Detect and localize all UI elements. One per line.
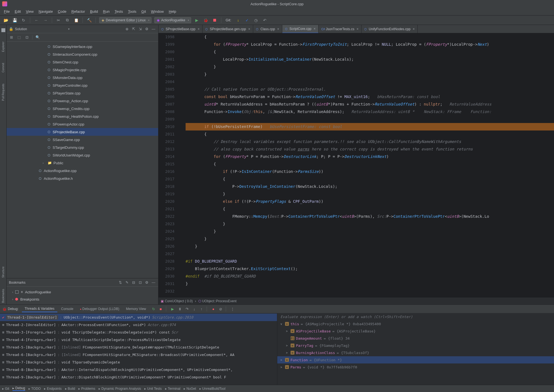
eval-input[interactable]: Evaluate expression (Enter) or add a wat… <box>277 313 554 320</box>
scissors-icon[interactable]: ✂ <box>55 17 61 23</box>
stop-icon[interactable] <box>212 17 218 23</box>
variable-row[interactable]: >≡ Function = {UFunction *} <box>277 356 554 363</box>
editor-tab[interactable]: ⬡Class.cpp× <box>253 25 282 33</box>
hammer-icon[interactable]: 🔨 <box>86 17 92 23</box>
editor-tab[interactable]: ⬡UnifyFunctionExitNodes.cpp× <box>361 25 418 33</box>
menu-item-refactor[interactable]: Refactor <box>69 9 87 14</box>
bm-item-project[interactable]: › ≡ ActionRoguelike <box>7 288 158 296</box>
variable-row[interactable]: >≡ ASProjectileBase = {ASProjectileBase} <box>277 327 554 335</box>
debug-tab-output[interactable]: ● Debugger Output (LLDB) <box>77 306 122 312</box>
bm-icon-3[interactable]: ⊟ <box>131 280 136 285</box>
bm-settings-icon[interactable]: ⚙ <box>144 280 149 285</box>
tool-tab-pull-requests[interactable]: Pull Requests <box>1 82 5 103</box>
mute-bp-icon[interactable]: ⊘ <box>218 306 223 311</box>
file-item[interactable]: ⬡ActionRoguelike.cpp <box>7 167 158 175</box>
menu-item-edit[interactable]: Edit <box>12 9 23 14</box>
file-item[interactable]: ⬡SPlayerController.cpp <box>7 81 158 89</box>
debug-icon[interactable]: 🐞 <box>203 17 209 23</box>
file-item[interactable]: ⬡SProjectileBase.cpp <box>7 128 158 136</box>
crumb-module[interactable]: ▣ CoreUObject ( 0.0) <box>161 299 193 303</box>
thread-row[interactable]: ≡ Thread-4-[Foregro…rker] : void TMultic… <box>0 336 277 344</box>
restart-icon[interactable]: ↻ <box>151 306 156 311</box>
step-into-icon[interactable]: ↓ <box>192 306 197 311</box>
file-item[interactable]: ⬡SPowerup_Credits.cpp <box>7 105 158 112</box>
file-item[interactable]: ⬡SPowerup_Action.cpp <box>7 97 158 105</box>
filter-b-icon[interactable]: ⬚ <box>17 35 22 40</box>
checkbox-icon[interactable] <box>15 290 19 294</box>
close-tab-icon[interactable]: × <box>413 27 415 31</box>
app-square-icon[interactable] <box>1 28 5 32</box>
minimize-icon[interactable]: — <box>151 27 156 32</box>
status-item-nuget[interactable]: ▸ NuGet <box>184 387 196 391</box>
tool-tab-commit[interactable]: Commit <box>1 61 5 74</box>
menu-item-git[interactable]: Git <box>139 9 148 14</box>
close-tab-icon[interactable]: × <box>356 27 358 31</box>
bm-minimize-icon[interactable]: — <box>151 280 156 285</box>
stop-debug-icon[interactable]: ■ <box>158 306 163 311</box>
sync-icon[interactable]: ↻ <box>20 17 27 23</box>
variables-pane[interactable]: Evaluate expression (Enter) or add a wat… <box>277 313 554 385</box>
variable-row[interactable]: >≡ BurningActionClass = {TSubclassOf} <box>277 349 554 356</box>
editor-tab[interactable]: ⬡SProjectileBase.gen.cpp× <box>202 25 253 33</box>
status-item-unrealbuildtool[interactable]: ▸ UnrealBuildTool <box>199 387 225 391</box>
view-bp-icon[interactable]: ● <box>211 306 216 311</box>
thread-row[interactable]: ≡ Thread-8-[Backgro…rker] : AActor::Inte… <box>0 366 277 373</box>
folder-public[interactable]: ›📁Public <box>7 159 158 167</box>
editor-breadcrumb[interactable]: ▣ CoreUObject ( 0.0) › ⬡ UObject::Proces… <box>158 297 554 304</box>
filter-c-icon[interactable]: ⊡ <box>24 35 29 40</box>
target-icon[interactable]: ⊕ <box>124 27 129 32</box>
debug-run-icon[interactable]: 🐞 <box>2 307 7 311</box>
menu-item-file[interactable]: File <box>2 9 12 14</box>
pause-icon[interactable]: ⏸ <box>177 306 182 311</box>
bm-item-breakpoints[interactable]: › Breakpoints <box>7 296 158 303</box>
step-out-icon[interactable]: ↑ <box>199 306 204 311</box>
file-item[interactable]: ⬡SPowerupActor.cpp <box>7 120 158 128</box>
variable-row[interactable]: >≡ ParryTag = {FGameplayTag} <box>277 342 554 349</box>
tool-tab-bookmarks[interactable]: Bookmarks <box>1 287 5 304</box>
file-item[interactable]: ⬡SMonsterData.cpp <box>7 74 158 81</box>
status-item-problems[interactable]: ▸ Problems <box>78 387 95 391</box>
git-push-icon[interactable]: ↓ <box>235 17 241 23</box>
code-content[interactable]: { for (FProperty* LocalProp = Function->… <box>177 33 554 297</box>
crumb-function[interactable]: ⬡ UObject::ProcessEvent <box>198 299 237 303</box>
close-tab-icon[interactable]: × <box>198 27 199 31</box>
save-all-icon[interactable]: 💾 <box>12 17 18 23</box>
paste-icon[interactable]: 📋 <box>73 17 79 23</box>
menu-item-run[interactable]: Run <box>101 9 112 14</box>
thread-row[interactable]: ✔ Thread-1-[UnrealEditor] : UObject::Pro… <box>0 314 277 321</box>
debug-tab-memory[interactable]: Memory View <box>123 306 149 312</box>
file-item[interactable]: ⬡SItemChest.cpp <box>7 58 158 66</box>
file-item[interactable]: ⬡SGameplayInterface.cpp <box>7 43 158 50</box>
run-target-selector[interactable]: ◉ ActionRoguelike <box>154 17 191 23</box>
bm-icon-1[interactable]: ⇅ <box>118 280 123 285</box>
debug-tab-threads[interactable]: Threads & Variables <box>22 306 57 312</box>
status-item-todo[interactable]: ▸ TODO <box>29 387 41 391</box>
debug-tab-console[interactable]: Console <box>58 306 76 312</box>
close-tab-icon[interactable]: × <box>248 27 250 31</box>
status-item-unit-tests[interactable]: ▸ Unit Tests <box>144 387 161 391</box>
editor-tab[interactable]: C#JsonTracerTests.cs× <box>319 25 361 33</box>
menu-item-tests[interactable]: Tests <box>112 9 125 14</box>
thread-row[interactable]: ≡ Thread-9-[Backgro…rker] : AActor::Disp… <box>0 373 277 381</box>
menu-item-code[interactable]: Code <box>56 9 69 14</box>
bm-edit-icon[interactable]: ✎ <box>124 280 129 285</box>
filter-a-icon[interactable]: ⊞ <box>9 35 14 40</box>
close-tab-icon[interactable]: × <box>277 27 279 31</box>
bm-icon-4[interactable]: ⊡ <box>138 280 143 285</box>
file-item[interactable]: ⬡ActionRoguelike.h <box>7 175 158 182</box>
status-item-git[interactable]: ▸ Git <box>2 387 9 391</box>
git-update-icon[interactable]: ✓ <box>244 17 250 23</box>
thread-row[interactable]: ≡ Thread-7-[Backgro…rker] : void TSparse… <box>0 358 277 366</box>
open-icon[interactable]: 📂 <box>3 17 9 23</box>
build-config-selector[interactable]: ◈ Development Editor | Linux <box>99 17 152 23</box>
menu-item-window[interactable]: Window <box>149 9 166 14</box>
menu-item-view[interactable]: View <box>24 9 36 14</box>
file-item[interactable]: ⬡SSaveGame.cpp <box>7 136 158 144</box>
file-item[interactable]: ⬡SMagicProjectile.cpp <box>7 66 158 74</box>
status-item-build[interactable]: ▸ Build <box>65 387 75 391</box>
file-item[interactable]: ⬡SInteractionComponent.cpp <box>7 50 158 58</box>
menu-item-tools[interactable]: Tools <box>126 9 138 14</box>
resume-icon[interactable]: ▶ <box>170 306 175 311</box>
thread-row[interactable]: ≡ Thread-5-[Backgro…rker] : [Inlined] FC… <box>0 344 277 351</box>
status-item-dynamic-program-analysis[interactable]: ▸ Dynamic Program Analysis <box>99 387 141 391</box>
